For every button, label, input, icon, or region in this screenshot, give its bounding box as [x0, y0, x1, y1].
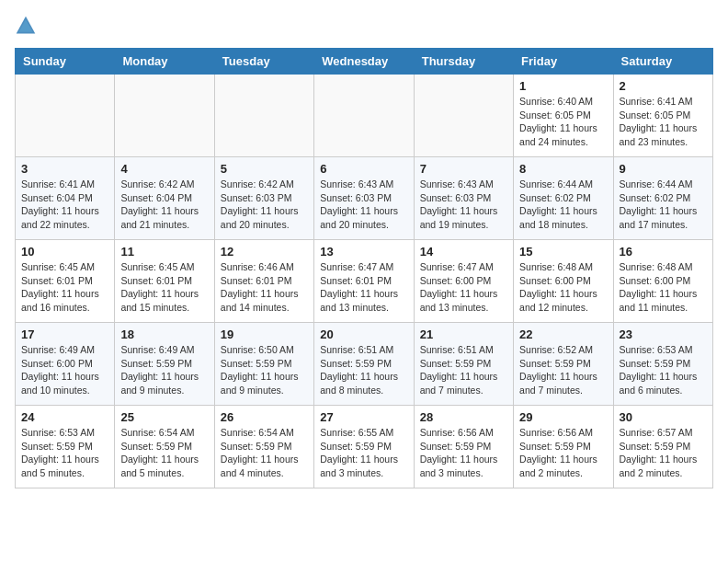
calendar-cell: 15Sunrise: 6:48 AM Sunset: 6:00 PM Dayli…: [514, 240, 613, 323]
calendar-cell: 25Sunrise: 6:54 AM Sunset: 5:59 PM Dayli…: [115, 406, 214, 488]
week-row-4: 24Sunrise: 6:53 AM Sunset: 5:59 PM Dayli…: [16, 406, 713, 488]
weekday-header-row: SundayMondayTuesdayWednesdayThursdayFrid…: [16, 49, 713, 75]
day-info: Sunrise: 6:42 AM Sunset: 6:03 PM Dayligh…: [221, 178, 308, 232]
day-number: 25: [120, 410, 208, 424]
weekday-header-monday: Monday: [115, 49, 214, 75]
calendar-cell: [115, 75, 214, 157]
calendar-cell: 24Sunrise: 6:53 AM Sunset: 5:59 PM Dayli…: [16, 406, 115, 488]
day-info: Sunrise: 6:54 AM Sunset: 5:59 PM Dayligh…: [221, 426, 308, 480]
calendar-cell: 23Sunrise: 6:53 AM Sunset: 5:59 PM Dayli…: [613, 323, 712, 406]
day-info: Sunrise: 6:53 AM Sunset: 5:59 PM Dayligh…: [620, 343, 707, 397]
day-number: 6: [320, 162, 407, 176]
calendar-cell: 4Sunrise: 6:42 AM Sunset: 6:04 PM Daylig…: [115, 157, 214, 240]
week-row-0: 1Sunrise: 6:40 AM Sunset: 6:05 PM Daylig…: [16, 75, 713, 157]
day-info: Sunrise: 6:50 AM Sunset: 5:59 PM Dayligh…: [221, 343, 308, 397]
day-info: Sunrise: 6:52 AM Sunset: 5:59 PM Dayligh…: [519, 343, 607, 397]
calendar-cell: 20Sunrise: 6:51 AM Sunset: 5:59 PM Dayli…: [314, 323, 414, 406]
day-info: Sunrise: 6:43 AM Sunset: 6:03 PM Dayligh…: [320, 178, 407, 232]
day-info: Sunrise: 6:48 AM Sunset: 6:00 PM Dayligh…: [620, 260, 707, 315]
weekday-header-wednesday: Wednesday: [314, 49, 414, 75]
day-number: 29: [519, 410, 607, 424]
calendar-cell: 22Sunrise: 6:52 AM Sunset: 5:59 PM Dayli…: [514, 323, 613, 406]
week-row-3: 17Sunrise: 6:49 AM Sunset: 6:00 PM Dayli…: [16, 323, 713, 406]
weekday-header-friday: Friday: [514, 49, 613, 75]
calendar-body: 1Sunrise: 6:40 AM Sunset: 6:05 PM Daylig…: [16, 75, 713, 488]
day-number: 3: [21, 162, 108, 176]
calendar-cell: 18Sunrise: 6:49 AM Sunset: 5:59 PM Dayli…: [115, 323, 214, 406]
day-info: Sunrise: 6:51 AM Sunset: 5:59 PM Dayligh…: [420, 343, 507, 397]
day-info: Sunrise: 6:49 AM Sunset: 6:00 PM Dayligh…: [21, 343, 108, 397]
day-info: Sunrise: 6:49 AM Sunset: 5:59 PM Dayligh…: [120, 343, 208, 397]
calendar-cell: [414, 75, 513, 157]
day-number: 16: [620, 245, 707, 259]
day-info: Sunrise: 6:40 AM Sunset: 6:05 PM Dayligh…: [519, 95, 607, 149]
day-number: 4: [120, 162, 208, 176]
calendar-cell: 6Sunrise: 6:43 AM Sunset: 6:03 PM Daylig…: [314, 157, 414, 240]
day-number: 28: [420, 410, 507, 424]
week-row-1: 3Sunrise: 6:41 AM Sunset: 6:04 PM Daylig…: [16, 157, 713, 240]
calendar-cell: 26Sunrise: 6:54 AM Sunset: 5:59 PM Dayli…: [214, 406, 313, 488]
day-info: Sunrise: 6:44 AM Sunset: 6:02 PM Dayligh…: [620, 178, 707, 232]
day-number: 14: [420, 245, 507, 259]
weekday-header-thursday: Thursday: [414, 49, 513, 75]
day-number: 2: [620, 79, 707, 93]
logo-icon: [15, 15, 37, 37]
day-number: 7: [420, 162, 507, 176]
day-info: Sunrise: 6:45 AM Sunset: 6:01 PM Dayligh…: [21, 260, 108, 315]
day-info: Sunrise: 6:51 AM Sunset: 5:59 PM Dayligh…: [320, 343, 407, 397]
calendar-cell: 1Sunrise: 6:40 AM Sunset: 6:05 PM Daylig…: [514, 75, 613, 157]
day-number: 15: [519, 245, 607, 259]
day-number: 26: [221, 410, 308, 424]
calendar-cell: 21Sunrise: 6:51 AM Sunset: 5:59 PM Dayli…: [414, 323, 513, 406]
calendar-cell: 8Sunrise: 6:44 AM Sunset: 6:02 PM Daylig…: [514, 157, 613, 240]
day-number: 5: [221, 162, 308, 176]
calendar-cell: 5Sunrise: 6:42 AM Sunset: 6:03 PM Daylig…: [214, 157, 313, 240]
day-info: Sunrise: 6:45 AM Sunset: 6:01 PM Dayligh…: [120, 260, 208, 315]
calendar-cell: [16, 75, 115, 157]
day-number: 13: [320, 245, 407, 259]
day-info: Sunrise: 6:56 AM Sunset: 5:59 PM Dayligh…: [420, 426, 507, 480]
day-info: Sunrise: 6:54 AM Sunset: 5:59 PM Dayligh…: [120, 426, 208, 480]
day-info: Sunrise: 6:55 AM Sunset: 5:59 PM Dayligh…: [320, 426, 407, 480]
day-number: 9: [620, 162, 707, 176]
day-info: Sunrise: 6:42 AM Sunset: 6:04 PM Dayligh…: [120, 178, 208, 232]
calendar-cell: 16Sunrise: 6:48 AM Sunset: 6:00 PM Dayli…: [613, 240, 712, 323]
day-number: 20: [320, 327, 407, 341]
day-number: 8: [519, 162, 607, 176]
day-info: Sunrise: 6:47 AM Sunset: 6:00 PM Dayligh…: [420, 260, 507, 315]
day-info: Sunrise: 6:56 AM Sunset: 5:59 PM Dayligh…: [519, 426, 607, 480]
calendar-cell: 14Sunrise: 6:47 AM Sunset: 6:00 PM Dayli…: [414, 240, 513, 323]
calendar-cell: 3Sunrise: 6:41 AM Sunset: 6:04 PM Daylig…: [16, 157, 115, 240]
calendar-cell: 28Sunrise: 6:56 AM Sunset: 5:59 PM Dayli…: [414, 406, 513, 488]
calendar-cell: 27Sunrise: 6:55 AM Sunset: 5:59 PM Dayli…: [314, 406, 414, 488]
day-info: Sunrise: 6:41 AM Sunset: 6:04 PM Dayligh…: [21, 178, 108, 232]
calendar-cell: 7Sunrise: 6:43 AM Sunset: 6:03 PM Daylig…: [414, 157, 513, 240]
weekday-header-saturday: Saturday: [613, 49, 712, 75]
logo: [15, 15, 40, 37]
day-number: 30: [620, 410, 707, 424]
weekday-header-sunday: Sunday: [16, 49, 115, 75]
day-info: Sunrise: 6:46 AM Sunset: 6:01 PM Dayligh…: [221, 260, 308, 315]
day-number: 23: [620, 327, 707, 341]
calendar-cell: 29Sunrise: 6:56 AM Sunset: 5:59 PM Dayli…: [514, 406, 613, 488]
calendar-cell: 12Sunrise: 6:46 AM Sunset: 6:01 PM Dayli…: [214, 240, 313, 323]
calendar-cell: 10Sunrise: 6:45 AM Sunset: 6:01 PM Dayli…: [16, 240, 115, 323]
day-info: Sunrise: 6:41 AM Sunset: 6:05 PM Dayligh…: [620, 95, 707, 149]
calendar-cell: 9Sunrise: 6:44 AM Sunset: 6:02 PM Daylig…: [613, 157, 712, 240]
day-info: Sunrise: 6:43 AM Sunset: 6:03 PM Dayligh…: [420, 178, 507, 232]
day-number: 21: [420, 327, 507, 341]
calendar-cell: [314, 75, 414, 157]
day-number: 12: [221, 245, 308, 259]
calendar-table: SundayMondayTuesdayWednesdayThursdayFrid…: [15, 48, 713, 488]
calendar-cell: [214, 75, 313, 157]
calendar-cell: 30Sunrise: 6:57 AM Sunset: 5:59 PM Dayli…: [613, 406, 712, 488]
day-number: 18: [120, 327, 208, 341]
calendar-cell: 2Sunrise: 6:41 AM Sunset: 6:05 PM Daylig…: [613, 75, 712, 157]
calendar-cell: 19Sunrise: 6:50 AM Sunset: 5:59 PM Dayli…: [214, 323, 313, 406]
week-row-2: 10Sunrise: 6:45 AM Sunset: 6:01 PM Dayli…: [16, 240, 713, 323]
day-number: 1: [519, 79, 607, 93]
day-number: 22: [519, 327, 607, 341]
day-number: 11: [120, 245, 208, 259]
day-number: 17: [21, 327, 108, 341]
weekday-header-tuesday: Tuesday: [214, 49, 313, 75]
